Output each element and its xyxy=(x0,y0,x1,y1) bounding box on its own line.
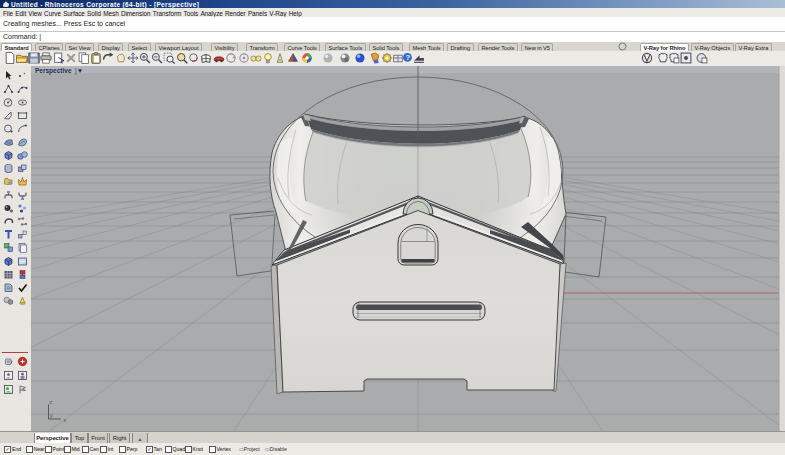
svg-text:z: z xyxy=(50,399,53,405)
svg-text:?: ? xyxy=(405,53,410,62)
svg-text:y: y xyxy=(50,412,53,418)
svg-text:x: x xyxy=(64,417,67,423)
